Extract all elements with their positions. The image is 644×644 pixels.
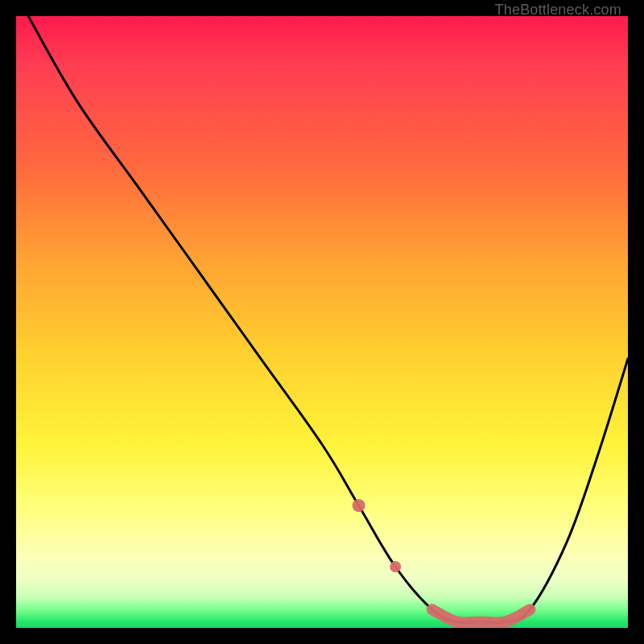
bottleneck-curve-highlight: [432, 609, 530, 622]
chart-frame: TheBottleneck.com: [16, 16, 628, 628]
highlight-dot: [390, 561, 401, 572]
chart-svg: [16, 16, 628, 628]
bottleneck-curve: [28, 16, 628, 623]
highlight-dot: [353, 499, 365, 512]
